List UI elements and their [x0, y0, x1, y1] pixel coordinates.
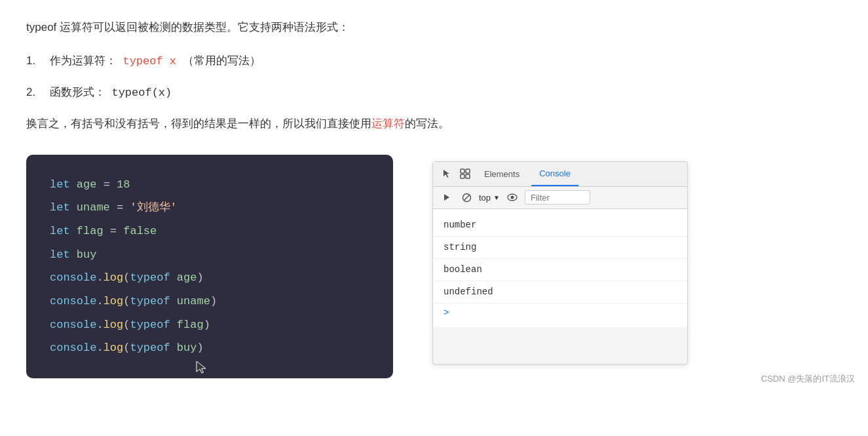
- code-line-4: let buy: [50, 243, 369, 267]
- intro-text: typeof 运算符可以返回被检测的数据类型。它支持两种语法形式：: [26, 18, 842, 37]
- block-icon[interactable]: [459, 190, 474, 205]
- svg-rect-0: [461, 169, 464, 173]
- svg-rect-2: [461, 174, 464, 178]
- list-num-1: 1.: [26, 52, 50, 71]
- devtools-toolbar: top ▼: [433, 187, 687, 209]
- main-content: let age = 18 let uname = '刘德华' let flag …: [26, 155, 842, 379]
- watermark: CSDN @失落的IT流浪汉: [761, 373, 855, 385]
- code-line-8: console.log(typeof buy): [50, 336, 369, 360]
- devtools-panel: Elements Console top ▼: [432, 161, 688, 365]
- tab-console[interactable]: Console: [531, 161, 578, 186]
- list-num-2: 2.: [26, 83, 50, 102]
- code-line-7: console.log(typeof flag): [50, 313, 369, 337]
- svg-rect-3: [466, 174, 470, 178]
- console-output-boolean: boolean: [433, 259, 687, 281]
- play-icon[interactable]: [440, 190, 454, 205]
- code-line-3: let flag = false: [50, 220, 369, 243]
- list-content-2: 函数形式： typeof(x): [50, 83, 172, 103]
- code-block: let age = 18 let uname = '刘德华' let flag …: [26, 155, 393, 379]
- intro-content: typeof 运算符可以返回被检测的数据类型。它支持两种语法形式：: [26, 21, 349, 33]
- list-item-1: 1. 作为运算符： typeof x （常用的写法）: [26, 52, 842, 71]
- highlight-operator: 运算符: [371, 117, 405, 130]
- svg-marker-4: [444, 194, 449, 201]
- console-output-string: string: [433, 237, 687, 259]
- svg-point-8: [510, 196, 514, 199]
- code-line-1: let age = 18: [50, 173, 369, 197]
- mouse-cursor: [195, 360, 208, 378]
- console-output-number: number: [433, 214, 687, 237]
- typeof-x-code: typeof x: [123, 55, 176, 68]
- console-prompt[interactable]: >: [433, 304, 687, 322]
- cursor-icon[interactable]: [440, 167, 454, 181]
- context-selector[interactable]: top ▼: [479, 193, 500, 203]
- code-line-2: let uname = '刘德华': [50, 196, 369, 220]
- inspect-icon[interactable]: [458, 167, 472, 181]
- console-output: number string boolean undefined >: [433, 209, 687, 328]
- list-item-2: 2. 函数形式： typeof(x): [26, 83, 842, 103]
- summary-text: 换言之，有括号和没有括号，得到的结果是一样的，所以我们直接使用运算符的写法。: [26, 115, 842, 134]
- page-container: typeof 运算符可以返回被检测的数据类型。它支持两种语法形式： 1. 作为运…: [0, 0, 868, 391]
- svg-line-6: [464, 195, 470, 201]
- eye-icon[interactable]: [505, 190, 519, 205]
- devtools-tabs-bar: Elements Console: [433, 162, 687, 187]
- svg-rect-1: [466, 169, 470, 173]
- tab-elements[interactable]: Elements: [476, 161, 527, 186]
- code-line-6: console.log(typeof uname): [50, 290, 369, 313]
- code-line-5: console.log(typeof age): [50, 266, 369, 290]
- typeof-x-func-code: typeof(x): [111, 87, 172, 99]
- list-content-1: 作为运算符： typeof x （常用的写法）: [50, 52, 261, 71]
- console-output-undefined: undefined: [433, 281, 687, 304]
- filter-input[interactable]: [525, 190, 590, 205]
